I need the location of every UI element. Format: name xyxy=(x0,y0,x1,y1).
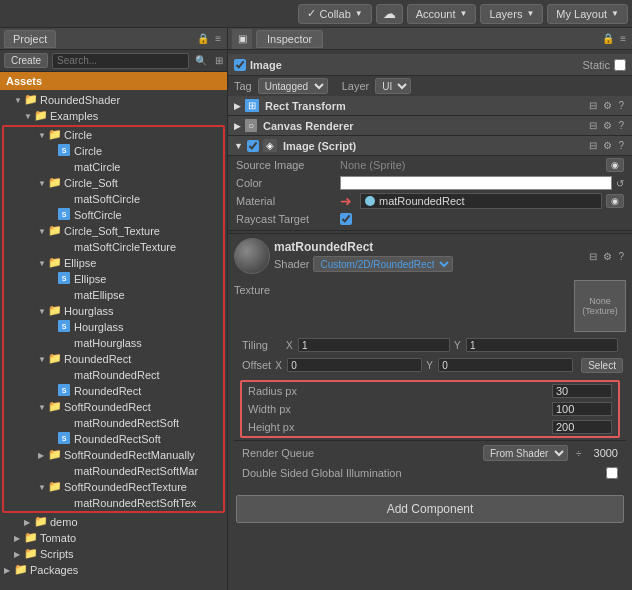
arrow-icon: ▶ xyxy=(14,534,24,543)
script-icon: S xyxy=(58,144,72,158)
material-field[interactable]: matRoundedRect xyxy=(360,193,602,209)
tree-item-roundedshader[interactable]: ▼ 📁 RoundedShader xyxy=(0,92,227,108)
tree-item-roundedrectsoft[interactable]: S RoundedRectSoft xyxy=(4,431,223,447)
inspector-lock-icon[interactable]: 🔒 xyxy=(600,32,616,45)
tree-item-softcircle[interactable]: S SoftCircle xyxy=(4,207,223,223)
image-script-info-icon[interactable]: ? xyxy=(616,140,626,151)
tree-item-roundedrect-script[interactable]: S RoundedRect xyxy=(4,383,223,399)
tree-item-ellipse-script[interactable]: S Ellipse xyxy=(4,271,223,287)
item-label: Tomato xyxy=(40,532,76,544)
tree-item-circle-folder[interactable]: ▼ 📁 Circle xyxy=(4,127,223,143)
tree-item-matcircle[interactable]: matCircle xyxy=(4,159,223,175)
render-queue-select[interactable]: From Shader xyxy=(483,445,568,461)
item-label: Circle xyxy=(64,129,92,141)
layers-button[interactable]: Layers ▼ xyxy=(480,4,543,24)
item-label: RoundedRectSoft xyxy=(74,433,161,445)
color-picker[interactable] xyxy=(340,176,612,190)
tree-item-matsoftcircletex[interactable]: matSoftCircleTexture xyxy=(4,239,223,255)
tiling-x-input[interactable]: 1 xyxy=(298,338,450,352)
project-tab[interactable]: Project xyxy=(4,30,56,48)
rect-transform-foldout[interactable]: ▶ xyxy=(234,101,241,111)
select-button[interactable]: Select xyxy=(581,358,623,373)
static-checkbox[interactable] xyxy=(614,59,626,71)
tree-item-matroundedrect[interactable]: matRoundedRect xyxy=(4,367,223,383)
material-menu-icon[interactable]: ⊟ xyxy=(587,251,599,262)
tree-item-matellipse[interactable]: matEllipse xyxy=(4,287,223,303)
tree-item-softroundedtex-folder[interactable]: ▼ 📁 SoftRoundedRectTexture xyxy=(4,479,223,495)
image-script-checkbox[interactable] xyxy=(247,140,259,152)
texture-preview[interactable]: None (Texture) xyxy=(574,280,626,332)
image-script-menu-icon[interactable]: ⊟ xyxy=(587,140,599,151)
search-input[interactable] xyxy=(52,53,189,69)
material-icon xyxy=(58,336,72,350)
tiling-y-input[interactable]: 1 xyxy=(466,338,618,352)
lock-icon[interactable]: 🔒 xyxy=(195,32,211,45)
search-icon[interactable]: 🔍 xyxy=(193,54,209,67)
raycast-checkbox[interactable] xyxy=(340,213,352,225)
rect-transform-menu-icon[interactable]: ⊟ xyxy=(587,100,599,111)
canvas-renderer-settings-icon[interactable]: ⚙ xyxy=(601,120,614,131)
tree-item-tomato[interactable]: ▶ 📁 Tomato xyxy=(0,530,227,546)
arrow-icon: ▼ xyxy=(38,355,48,364)
image-script-foldout[interactable]: ▼ xyxy=(234,141,243,151)
rect-transform-settings-icon[interactable]: ⚙ xyxy=(601,100,614,111)
create-button[interactable]: Create xyxy=(4,53,48,68)
tree-item-circlesofttex-folder[interactable]: ▼ 📁 Circle_Soft_Texture xyxy=(4,223,223,239)
collab-button[interactable]: ✓ Collab ▼ xyxy=(298,4,372,24)
material-settings-icon[interactable]: ⚙ xyxy=(601,251,614,262)
cloud-button[interactable]: ☁ xyxy=(376,4,403,24)
tree-item-hourglass-script[interactable]: S Hourglass xyxy=(4,319,223,335)
shader-select[interactable]: Custom/2D/RoundedRect xyxy=(313,256,453,272)
shader-label: Shader xyxy=(274,258,309,270)
image-enabled-checkbox[interactable] xyxy=(234,59,246,71)
material-section-icons: ⊟ ⚙ ? xyxy=(587,251,626,262)
radius-px-input[interactable]: 30 xyxy=(552,384,612,398)
inspector-tab[interactable]: Inspector xyxy=(256,30,323,48)
rect-transform-info-icon[interactable]: ? xyxy=(616,100,626,111)
material-select-btn[interactable]: ◉ xyxy=(606,194,624,208)
canvas-renderer-menu-icon[interactable]: ⊟ xyxy=(587,120,599,131)
script-icon: S xyxy=(58,208,72,222)
width-px-input[interactable]: 100 xyxy=(552,402,612,416)
source-image-select-btn[interactable]: ◉ xyxy=(606,158,624,172)
tree-item-matroundedrectsoft[interactable]: matRoundedRectSoft xyxy=(4,415,223,431)
texture-section: Texture None (Texture) xyxy=(234,278,626,334)
tree-item-matroundedsofttex[interactable]: matRoundedRectSoftTex xyxy=(4,495,223,511)
tree-item-matroundedrectman[interactable]: matRoundedRectSoftMar xyxy=(4,463,223,479)
offset-x-input[interactable]: 0 xyxy=(287,358,422,372)
tree-item-circle-script[interactable]: S Circle xyxy=(4,143,223,159)
tree-item-softroundedman-folder[interactable]: ▶ 📁 SoftRoundedRectManually xyxy=(4,447,223,463)
tree-item-hourglass-folder[interactable]: ▼ 📁 Hourglass xyxy=(4,303,223,319)
layout-button[interactable]: My Layout ▼ xyxy=(547,4,628,24)
tag-select[interactable]: Untagged xyxy=(258,78,328,94)
image-script-settings-icon[interactable]: ⚙ xyxy=(601,140,614,151)
layer-select[interactable]: UI xyxy=(375,78,411,94)
material-info-icon[interactable]: ? xyxy=(616,251,626,262)
tree-item-ellipse-folder[interactable]: ▼ 📁 Ellipse xyxy=(4,255,223,271)
height-px-input[interactable]: 200 xyxy=(552,420,612,434)
tree-item-roundedrect-folder[interactable]: ▼ 📁 RoundedRect xyxy=(4,351,223,367)
tree-item-softroundedrect-folder[interactable]: ▼ 📁 SoftRoundedRect xyxy=(4,399,223,415)
tree-item-scripts[interactable]: ▶ 📁 Scripts xyxy=(0,546,227,562)
menu-icon[interactable]: ≡ xyxy=(213,32,223,45)
offset-y-input[interactable]: 0 xyxy=(438,358,573,372)
inspector-menu-icon[interactable]: ≡ xyxy=(618,32,628,45)
filter-icon[interactable]: ⊞ xyxy=(213,54,225,67)
folder-icon: 📁 xyxy=(48,448,62,462)
render-queue-value: 3000 xyxy=(594,447,618,459)
double-sided-checkbox[interactable] xyxy=(606,467,618,479)
canvas-renderer-foldout[interactable]: ▶ xyxy=(234,121,241,131)
tree-item-demo[interactable]: ▶ 📁 demo xyxy=(0,514,227,530)
canvas-renderer-info-icon[interactable]: ? xyxy=(616,120,626,131)
tree-item-matsoftcircle[interactable]: matSoftCircle xyxy=(4,191,223,207)
item-label: matRoundedRect xyxy=(74,369,160,381)
tree-item-packages[interactable]: ▶ 📁 Packages xyxy=(0,562,227,578)
tree-item-circlesoft-folder[interactable]: ▼ 📁 Circle_Soft xyxy=(4,175,223,191)
add-component-button[interactable]: Add Component xyxy=(236,495,624,523)
color-label: Color xyxy=(236,177,336,189)
account-button[interactable]: Account ▼ xyxy=(407,4,477,24)
color-reset-icon[interactable]: ↺ xyxy=(616,178,624,189)
arrow-icon: ▼ xyxy=(38,403,48,412)
tree-item-examples[interactable]: ▼ 📁 Examples xyxy=(0,108,227,124)
tree-item-mathourglass[interactable]: matHourglass xyxy=(4,335,223,351)
